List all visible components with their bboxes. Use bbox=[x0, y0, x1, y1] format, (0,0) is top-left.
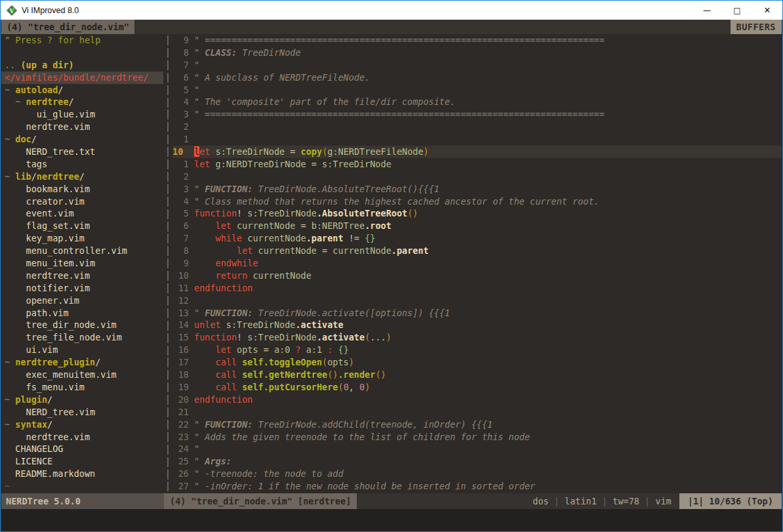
code-line[interactable]: 6 let currentNode = b:NERDTree.root bbox=[172, 220, 782, 232]
maximize-button[interactable]: □ bbox=[722, 1, 752, 20]
tree-item[interactable]: menu_controller.vim bbox=[1, 245, 163, 257]
tree-item[interactable]: ~ nerdtree_plugin/ bbox=[1, 356, 163, 369]
code-line[interactable]: 17 call self.toggleOpen(opts) bbox=[172, 356, 782, 369]
syntax-token bbox=[210, 146, 215, 157]
tree-item[interactable]: event.vim bbox=[1, 207, 163, 220]
code-line[interactable]: 16 let opts = a:0 ? a:1 : {} bbox=[172, 344, 782, 356]
code-line[interactable]: 23" Adds the given treenode to the list … bbox=[172, 431, 782, 443]
tree-item[interactable]: ui_glue.vim bbox=[1, 108, 163, 121]
code-line[interactable]: 15function! s:TreeDirNode.activate(...) bbox=[172, 331, 782, 344]
syntax-token: " A subclass of NERDTreeFileNode. bbox=[194, 72, 370, 83]
tree-item[interactable]: nerdtree.vim bbox=[1, 121, 163, 133]
code-line[interactable]: 26" -treenode: the node to add bbox=[172, 468, 782, 480]
code-line[interactable]: 2 bbox=[172, 171, 782, 183]
tree-item[interactable]: path.vim bbox=[1, 307, 163, 319]
code-line[interactable]: 7" bbox=[172, 59, 782, 72]
command-line[interactable] bbox=[1, 509, 782, 531]
code-line[interactable]: 24" bbox=[172, 443, 782, 455]
code-line[interactable]: 14unlet s:TreeDirNode.activate bbox=[172, 319, 782, 331]
code-line[interactable]: 8" CLASS: TreeDirNode bbox=[172, 47, 782, 59]
code-line[interactable]: 3" FUNCTION: TreeDirNode.AbsoluteTreeRoo… bbox=[172, 183, 782, 195]
tree-item[interactable]: key_map.vim bbox=[1, 232, 163, 245]
syntax-token: ~ bbox=[5, 394, 15, 405]
tree-item[interactable]: opener.vim bbox=[1, 295, 163, 307]
syntax-token: CHANGELOG bbox=[5, 443, 63, 454]
tree-item[interactable]: ~ doc/ bbox=[1, 133, 163, 146]
code-line[interactable]: 13" FUNCTION: TreeDirNode.activate([opti… bbox=[172, 307, 782, 319]
tree-item[interactable]: notifier.vim bbox=[1, 282, 163, 295]
syntax-token: copy bbox=[301, 146, 323, 157]
code-line[interactable]: 20endfunction bbox=[172, 394, 782, 406]
syntax-token: key_map.vim bbox=[5, 233, 85, 243]
code-editor[interactable]: 9" =====================================… bbox=[172, 34, 782, 493]
code-line[interactable]: 9 endwhile bbox=[172, 257, 782, 270]
code-line[interactable]: 4" Class method that returns the highest… bbox=[172, 195, 782, 208]
code-line[interactable]: 11endfunction bbox=[172, 282, 782, 295]
code-line[interactable]: 4" The 'composite' part of the file/dir … bbox=[172, 96, 782, 108]
syntax-token: plugin bbox=[15, 394, 47, 405]
code-line[interactable]: 2 bbox=[172, 121, 782, 133]
window-split-separator[interactable] bbox=[163, 34, 172, 493]
code-line[interactable]: 5function! s:TreeDirNode.AbsoluteTreeRoo… bbox=[172, 207, 782, 220]
tree-item[interactable]: flag_set.vim bbox=[1, 220, 163, 232]
tree-item[interactable]: .. (up a dir) bbox=[1, 59, 163, 72]
syntax-token: nerdtree.vim bbox=[5, 432, 90, 442]
tree-item[interactable]: ~ syntax/ bbox=[1, 419, 163, 431]
tree-item[interactable]: NERD_tree.vim bbox=[1, 406, 163, 419]
tree-item[interactable]: ~ lib/nerdtree/ bbox=[1, 171, 163, 183]
code-line[interactable]: 10 return currentNode bbox=[172, 270, 782, 282]
close-button[interactable]: ✕ bbox=[752, 1, 782, 20]
code-line[interactable]: 12 bbox=[172, 295, 782, 307]
syntax-token: ) bbox=[424, 146, 429, 157]
tree-item[interactable]: tree_file_node.vim bbox=[1, 331, 163, 344]
syntax-token: " -treenode: the node to add bbox=[194, 468, 344, 479]
code-line[interactable]: 25" Args: bbox=[172, 455, 782, 468]
code-line[interactable]: 6" A subclass of NERDTreeFileNode. bbox=[172, 72, 782, 84]
vim-logo-icon: V bbox=[7, 5, 17, 16]
code-line[interactable]: 3" =====================================… bbox=[172, 108, 782, 121]
tree-item[interactable]: exec_menuitem.vim bbox=[1, 369, 163, 381]
tree-item[interactable]: creator.vim bbox=[1, 195, 163, 208]
code-line[interactable]: 7 while currentNode.parent != {} bbox=[172, 232, 782, 245]
syntax-token: TreeDirNode bbox=[237, 47, 301, 58]
tree-item[interactable]: README.markdown bbox=[1, 468, 163, 480]
tree-item[interactable]: ~ plugin/ bbox=[1, 394, 163, 406]
tree-item[interactable]: ~ autoload/ bbox=[1, 84, 163, 96]
main-area: " Press ? for help.. (up a dir)</vimfile… bbox=[1, 34, 782, 493]
tree-item[interactable]: LICENCE bbox=[1, 455, 163, 468]
tree-item[interactable]: nerdtree.vim bbox=[1, 270, 163, 282]
tree-item[interactable]: </vimfiles/bundle/nerdtree/ bbox=[1, 72, 163, 84]
minimize-button[interactable]: — bbox=[692, 1, 722, 20]
tree-item[interactable]: " Press ? for help bbox=[1, 34, 163, 47]
code-line[interactable]: 22" FUNCTION: TreeDirNode.addChild(treen… bbox=[172, 419, 782, 431]
tree-item[interactable]: ~ nerdtree/ bbox=[1, 96, 163, 108]
tree-item[interactable]: bookmark.vim bbox=[1, 183, 163, 195]
tree-item[interactable]: CHANGELOG bbox=[1, 443, 163, 455]
code-line[interactable]: 27" -inOrder: 1 if the new node should b… bbox=[172, 480, 782, 493]
code-line[interactable]: 8 let currentNode = currentNode.parent bbox=[172, 245, 782, 257]
syntax-token: ) bbox=[386, 332, 392, 342]
code-line[interactable]: 21 bbox=[172, 406, 782, 419]
tree-item[interactable] bbox=[1, 47, 163, 59]
line-number: 7 bbox=[172, 232, 189, 245]
syntax-token bbox=[194, 245, 237, 256]
code-line[interactable]: 5" bbox=[172, 84, 782, 96]
tree-item[interactable]: NERD_tree.txt bbox=[1, 146, 163, 158]
tree-item[interactable]: ~ bbox=[1, 480, 163, 493]
tree-item[interactable]: fs_menu.vim bbox=[1, 381, 163, 394]
tree-item[interactable]: tags bbox=[1, 158, 163, 171]
tab-tree-dir-node[interactable]: (4) "tree_dir_node.vim" bbox=[1, 20, 134, 34]
syntax-token: " bbox=[194, 85, 199, 95]
tree-item[interactable]: menu_item.vim bbox=[1, 257, 163, 270]
code-line[interactable]: 19 call self.putCursorHere(0, 0) bbox=[172, 381, 782, 394]
code-line[interactable]: 10let s:TreeDirNode = copy(g:NERDTreeFil… bbox=[172, 146, 782, 158]
code-line[interactable]: 18 call self.getNerdtree().render() bbox=[172, 369, 782, 381]
code-line[interactable]: 9" =====================================… bbox=[172, 34, 782, 47]
statusline-separator: | bbox=[597, 496, 612, 506]
tree-item[interactable]: tree_dir_node.vim bbox=[1, 319, 163, 331]
tree-item[interactable]: ui.vim bbox=[1, 344, 163, 356]
code-line[interactable]: 1let g:NERDTreeDirNode = s:TreeDirNode bbox=[172, 158, 782, 171]
tree-item[interactable]: nerdtree.vim bbox=[1, 431, 163, 443]
code-line[interactable]: 1 bbox=[172, 133, 782, 146]
line-number: 4 bbox=[172, 96, 189, 108]
